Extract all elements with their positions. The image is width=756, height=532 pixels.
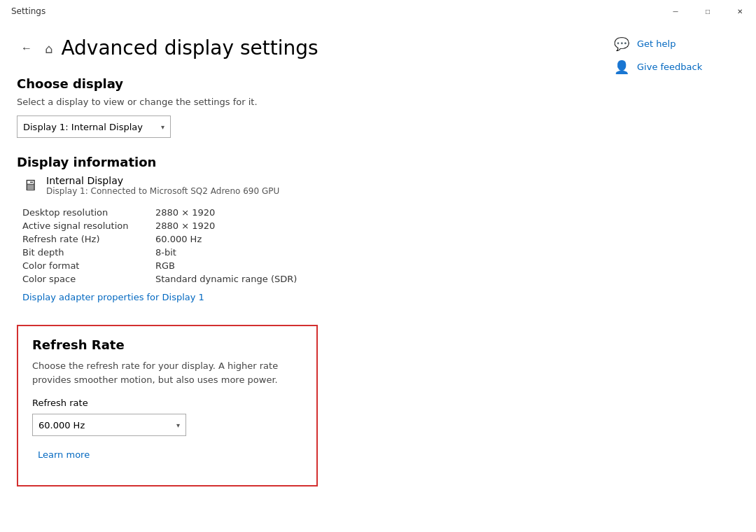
home-icon: ⌂ — [45, 41, 52, 56]
info-label-color-space: Color space — [22, 274, 155, 284]
info-label-refresh: Refresh rate (Hz) — [22, 234, 155, 244]
titlebar-title: Settings — [11, 6, 46, 16]
page-title: Advanced display settings — [61, 36, 318, 59]
display-device-row: 🖥 Internal Display Display 1: Connected … — [22, 175, 574, 196]
info-row-refresh: Refresh rate (Hz) 60.000 Hz — [22, 234, 574, 244]
give-feedback-text: Give feedback — [637, 62, 702, 72]
refresh-rate-value: 60.000 Hz — [38, 420, 85, 430]
feedback-icon: 👤 — [613, 59, 630, 74]
display-selector-value: Display 1: Internal Display — [23, 122, 143, 132]
refresh-rate-section: Refresh Rate Choose the refresh rate for… — [17, 325, 318, 486]
refresh-rate-chevron: ▾ — [176, 421, 180, 429]
info-label-color-format: Color format — [22, 260, 155, 271]
info-label-signal-res: Active signal resolution — [22, 220, 155, 231]
choose-display-subtitle: Select a display to view or change the s… — [17, 97, 574, 107]
minimize-button[interactable]: ─ — [659, 0, 692, 22]
monitor-icon: 🖥 — [22, 176, 38, 194]
learn-more-link[interactable]: Learn more — [38, 449, 90, 460]
back-button[interactable]: ← — [17, 38, 36, 58]
refresh-rate-title: Refresh Rate — [32, 337, 302, 352]
main-content: ← ⌂ Advanced display settings Choose dis… — [0, 22, 756, 532]
maximize-button[interactable]: □ — [692, 0, 724, 22]
content-area: ← ⌂ Advanced display settings Choose dis… — [0, 22, 602, 532]
adapter-properties-link[interactable]: Display adapter properties for Display 1 — [22, 292, 204, 302]
display-selector-dropdown[interactable]: Display 1: Internal Display ▾ — [17, 115, 171, 138]
info-row-bit-depth: Bit depth 8-bit — [22, 247, 574, 258]
get-help-link[interactable]: 💬 Get help — [613, 36, 745, 51]
refresh-rate-label: Refresh rate — [32, 398, 302, 408]
titlebar-controls: ─ □ ✕ — [659, 0, 756, 22]
titlebar: Settings ─ □ ✕ — [0, 0, 756, 22]
display-selector-chevron: ▾ — [161, 123, 164, 131]
choose-display-title: Choose display — [17, 76, 574, 91]
info-table: Desktop resolution 2880 × 1920 Active si… — [22, 207, 574, 284]
display-info-section: Display information 🖥 Internal Display D… — [17, 155, 574, 314]
info-value-color-space: Standard dynamic range (SDR) — [155, 274, 297, 284]
info-row-color-space: Color space Standard dynamic range (SDR) — [22, 274, 574, 284]
device-subtitle: Display 1: Connected to Microsoft SQ2 Ad… — [46, 186, 279, 196]
page-header: ← ⌂ Advanced display settings — [17, 36, 574, 59]
info-value-bit-depth: 8-bit — [155, 247, 176, 258]
give-feedback-link[interactable]: 👤 Give feedback — [613, 59, 745, 74]
get-help-text: Get help — [637, 38, 676, 49]
sidebar: 💬 Get help 👤 Give feedback — [602, 22, 756, 532]
titlebar-left: Settings — [8, 6, 46, 16]
device-name: Internal Display — [46, 175, 279, 186]
choose-display-section: Choose display Select a display to view … — [17, 76, 574, 138]
refresh-rate-description: Choose the refresh rate for your display… — [32, 359, 302, 386]
display-info-title: Display information — [17, 155, 574, 169]
close-button[interactable]: ✕ — [724, 0, 756, 22]
info-row-color-format: Color format RGB — [22, 260, 574, 271]
display-device-info: Internal Display Display 1: Connected to… — [46, 175, 279, 196]
info-label-bit-depth: Bit depth — [22, 247, 155, 258]
info-value-desktop-res: 2880 × 1920 — [155, 207, 215, 218]
info-row-signal-res: Active signal resolution 2880 × 1920 — [22, 220, 574, 231]
info-label-desktop-res: Desktop resolution — [22, 207, 155, 218]
info-row-desktop-res: Desktop resolution 2880 × 1920 — [22, 207, 574, 218]
help-icon: 💬 — [613, 36, 630, 51]
info-value-color-format: RGB — [155, 260, 175, 271]
info-value-refresh: 60.000 Hz — [155, 234, 202, 244]
refresh-rate-dropdown[interactable]: 60.000 Hz ▾ — [32, 414, 186, 436]
info-value-signal-res: 2880 × 1920 — [155, 220, 215, 231]
